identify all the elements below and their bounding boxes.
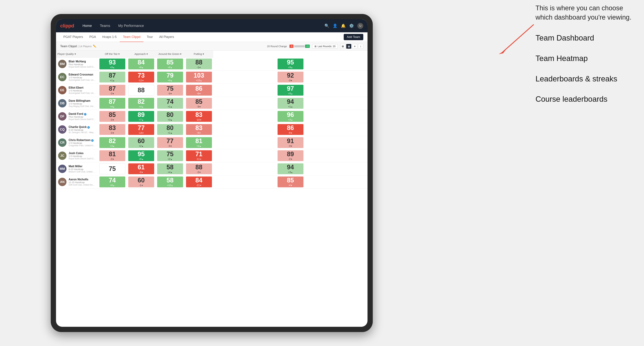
score-change: +2▲ [168,158,172,161]
score-box: 83 -6▼ [186,124,212,135]
add-team-button[interactable]: Add Team [344,34,363,40]
header-off-tee: Off the Tee ▾ [98,51,127,57]
player-club: Craigmillar Park, United Kingdom [68,144,96,147]
score-box: 88 -2▼ [186,163,212,174]
score-change: -3▼ [288,145,292,147]
score-change: -1▼ [197,66,201,69]
score-change: +4▲ [196,145,201,147]
score-change: +9▲ [168,79,172,82]
score-box: 73 -11▼ [128,72,154,82]
subnav-teamclippd[interactable]: Team Clippd [120,32,144,42]
player-handicap: 11-15 Handicap [68,181,96,184]
score-box: 71 -11▼ [186,150,212,161]
scores-table: Player Quality ▾ Off the Tee ▾ Approach … [56,51,368,188]
score-box: 83 -3▼ [100,124,125,135]
score-value: 60 [138,138,144,144]
score-value: 82 [109,138,116,144]
player-handicap: 1-5 Handicap [68,89,96,92]
score-change: -3▼ [139,171,143,173]
player-info: Dave Billingham 1-5 Handicap Gog Magog G… [68,99,96,107]
subnav-tour[interactable]: Tour [144,32,156,42]
svg-line-0 [502,24,534,52]
table-row[interactable]: BM Blair McHarg Plus Handicap Royal Nort… [56,57,368,71]
score-box: 80 +1▲ [157,124,183,135]
score-cell-approach: 75 +2▲ [156,149,184,162]
score-cell-approach: 74 +1▲ [156,97,184,110]
score-change: +9▲ [110,66,114,69]
bell-icon[interactable]: 🔔 [341,23,346,28]
table-row[interactable]: DB Dave Billingham 1-5 Handicap Gog Mago… [56,97,368,110]
score-change: -8▼ [288,131,292,134]
score-value: 74 [109,177,116,183]
table-row[interactable]: EC Edward Crossman 1-5 Handicap Sunningd… [56,71,368,84]
tablet-frame: clippd Home Teams My Performance 🔍 👤 🔔 ⚙… [51,14,373,332]
player-name: David Ford✓ [68,112,96,116]
score-value: 58 [166,177,174,183]
score-change: +3▲ [288,118,293,121]
score-cell-putting: 91 -3▼ [213,136,368,149]
edit-icon[interactable]: ✏️ [93,44,96,48]
score-value: 95 [138,151,144,157]
player-info: Elliot Ebert 1-5 Handicap Sunningdale Go… [68,86,96,94]
score-change: +3▲ [168,118,172,121]
table-row[interactable]: CQ Charlie Quick✓ 6-10 Handicap St. Geor… [56,123,368,136]
nav-link-myperformance[interactable]: My Performance [117,23,146,28]
player-handicap: Plus Handicap [68,116,96,118]
view-list-button[interactable]: ≡ [352,44,357,49]
annotation-item-heatmap: Team Heatmap [536,53,640,64]
score-value: 81 [195,138,202,144]
nav-link-teams[interactable]: Teams [98,23,112,28]
score-change: -3▼ [110,92,114,95]
player-handicap: 1-5 Handicap [68,76,96,79]
score-box: 92 -3▼ [278,72,304,82]
score-value: 58 [166,164,174,170]
annotation-item-course: Course leaderboards [536,94,640,105]
score-box: 75 [100,163,125,174]
verified-icon: ✓ [91,139,94,142]
score-cell-quality: 87 +4▲ [98,97,127,110]
search-icon[interactable]: 🔍 [324,23,329,28]
score-cell-off_tee: 73 -11▼ [127,71,156,84]
score-box: 87 -3▼ [100,85,125,96]
player-cell: BM Blair McHarg Plus Handicap Royal Nort… [56,57,98,71]
score-change: -11▼ [138,79,144,82]
table-row[interactable]: JC Josh Coles 1-5 Handicap Royal North D… [56,149,368,162]
table-row[interactable]: MM Matt Miller 6-10 Handicap Woburn Golf… [56,162,368,175]
table-row[interactable]: DF David Ford✓ Plus Handicap Royal North… [56,110,368,123]
subnav-allplayers[interactable]: All Players [156,32,177,42]
player-club: Royal North Devon Golf Club, United King… [68,118,96,121]
user-icon[interactable]: 👤 [333,23,338,28]
score-box: 96 +3▲ [278,111,304,122]
view-heatmap-button[interactable]: ▦ [346,44,352,49]
subnav-hcaps[interactable]: Hcaps 1-5 [99,32,120,42]
score-box: 86 -8▼ [278,124,304,135]
player-handicap: Plus Handicap [68,63,96,66]
table-row[interactable]: EE Elliot Ebert 1-5 Handicap Sunningdale… [56,84,368,97]
player-club: Royal North Devon Golf Club, United King… [68,66,96,68]
table-row[interactable]: AN Aaron Nicholls 11-15 Handicap Drift G… [56,175,368,188]
last-rounds-button[interactable]: ⊞ Last Rounds: 20 [312,44,338,49]
score-cell-putting: 86 -8▼ [213,123,368,136]
table-row[interactable]: CR Chris Robertson✓ 1-5 Handicap Craigmi… [56,136,368,149]
player-cell: AN Aaron Nicholls 11-15 Handicap Drift G… [56,175,98,188]
player-club: Sunningdale Golf Club, United Kingdom [68,92,96,94]
nav-link-home[interactable]: Home [81,23,93,28]
score-value: 75 [166,151,174,157]
player-info: Matt Miller 6-10 Handicap Woburn Golf Cl… [68,165,96,173]
player-info: David Ford✓ Plus Handicap Royal North De… [68,112,96,121]
score-value: 89 [138,112,144,118]
score-value: 94 [287,99,294,105]
score-box: 94 +3▲ [278,163,304,174]
score-box: 84 -21▼ [186,176,212,187]
score-value: 73 [138,72,144,79]
view-grid-button[interactable]: ⊞ [340,44,346,49]
score-change: -6▼ [197,92,201,95]
tablet-screen: clippd Home Teams My Performance 🔍 👤 🔔 ⚙… [56,19,368,327]
subnav-pga[interactable]: PGA [86,32,99,42]
player-avatar: JC [58,152,66,160]
view-expand-button[interactable]: ↕ [358,44,363,49]
subnav-pgat[interactable]: PGAT Players [60,32,86,42]
settings-icon[interactable]: ⚙️ [349,23,354,28]
avatar[interactable]: U [357,23,363,29]
score-box: 88 -1▼ [186,58,212,69]
